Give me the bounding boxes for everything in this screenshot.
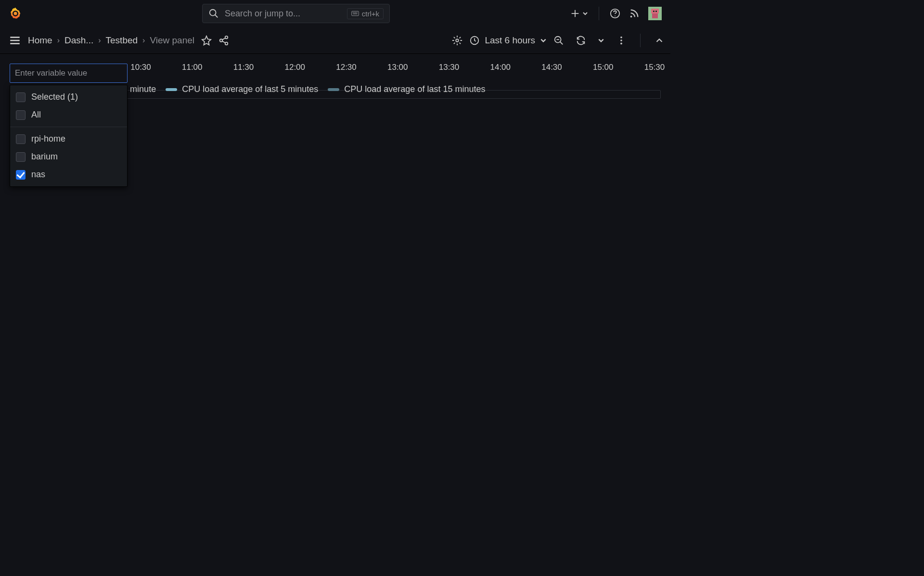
chevron-down-icon	[540, 37, 547, 44]
crumb-viewpanel: View panel	[150, 35, 194, 46]
refresh-interval-chevron[interactable]	[598, 37, 604, 44]
top-nav: Search or jump to... ctrl+k	[0, 0, 670, 27]
svg-point-32	[620, 39, 622, 41]
svg-point-21	[225, 36, 228, 39]
favorite-button[interactable]	[201, 35, 212, 46]
star-icon	[201, 35, 212, 46]
variable-option[interactable]: nas	[10, 166, 127, 183]
chevron-up-icon	[654, 35, 665, 46]
svg-rect-7	[353, 13, 357, 14]
checkbox[interactable]	[16, 92, 26, 102]
variable-option[interactable]: barium	[10, 148, 127, 166]
time-range-label: Last 6 hours	[485, 35, 535, 46]
refresh-icon	[576, 35, 586, 46]
svg-rect-15	[652, 13, 658, 18]
share-icon	[218, 35, 229, 46]
x-tick: 15:00	[593, 63, 614, 72]
x-tick: 12:30	[336, 63, 357, 72]
share-button[interactable]	[218, 35, 229, 46]
x-tick: 14:00	[490, 63, 511, 72]
zoom-out-icon	[553, 35, 564, 46]
rss-icon	[629, 8, 640, 19]
gear-icon	[452, 35, 462, 46]
rss-button[interactable]	[629, 8, 640, 19]
breadcrumb: Home › Dash... › Testbed › View panel	[28, 35, 194, 46]
checkbox[interactable]	[16, 110, 26, 120]
svg-point-23	[225, 42, 228, 45]
svg-rect-17	[655, 11, 657, 12]
variable-option[interactable]: rpi-home	[10, 130, 127, 148]
time-range-picker[interactable]: Last 6 hours	[469, 35, 547, 46]
crumb-home[interactable]: Home	[28, 35, 52, 46]
variable-option[interactable]: All	[10, 106, 127, 124]
divider	[10, 127, 127, 127]
x-tick: 13:00	[387, 63, 408, 72]
svg-point-26	[456, 39, 459, 42]
svg-rect-6	[356, 12, 357, 13]
checkbox[interactable]	[16, 170, 26, 180]
x-tick: 10:30	[130, 63, 151, 72]
x-tick: 12:00	[284, 63, 305, 72]
svg-rect-3	[352, 12, 353, 13]
svg-point-33	[620, 42, 622, 44]
variable-option-label: nas	[31, 170, 45, 180]
settings-button[interactable]	[452, 35, 462, 46]
menu-toggle[interactable]	[9, 34, 21, 47]
crumb-testbed[interactable]: Testbed	[106, 35, 138, 46]
search-kbd: ctrl+k	[347, 8, 384, 19]
crumb-dashboards[interactable]: Dash...	[64, 35, 93, 46]
grafana-logo[interactable]	[9, 7, 22, 20]
svg-rect-5	[355, 12, 356, 13]
legend-label: CPU load average of last 15 minutes	[344, 84, 485, 94]
svg-rect-16	[653, 11, 654, 12]
help-icon	[610, 8, 620, 19]
collapse-button[interactable]	[654, 35, 665, 46]
legend-item[interactable]: CPU load average of last 15 minutes	[328, 84, 485, 94]
plus-icon	[570, 8, 580, 19]
x-tick: 13:30	[439, 63, 460, 72]
divider	[599, 7, 599, 20]
variable-option-label: rpi-home	[31, 134, 65, 144]
variable-popover: Selected (1)All rpi-homebariumnas	[10, 85, 128, 187]
legend-item[interactable]: CPU load average of last 5 minutes	[166, 84, 318, 94]
x-tick: 15:30	[644, 63, 665, 72]
zoom-out-button[interactable]	[553, 35, 564, 46]
chevron-down-icon	[582, 11, 588, 16]
svg-line-29	[560, 41, 563, 44]
svg-point-22	[220, 39, 223, 42]
variable-dropdown: Selected (1)All rpi-homebariumnas	[10, 64, 128, 187]
avatar[interactable]	[648, 7, 662, 20]
svg-point-31	[620, 36, 622, 38]
svg-line-24	[222, 38, 225, 39]
search-placeholder: Search or jump to...	[225, 9, 341, 19]
more-button[interactable]	[616, 35, 627, 46]
legend-swatch	[328, 88, 339, 91]
svg-rect-4	[354, 12, 355, 13]
search-input[interactable]: Search or jump to... ctrl+k	[202, 4, 390, 23]
variable-input[interactable]	[10, 64, 128, 83]
refresh-button[interactable]	[576, 35, 586, 46]
legend-swatch	[166, 88, 177, 91]
svg-rect-14	[651, 9, 659, 13]
help-button[interactable]	[610, 8, 620, 19]
svg-point-12	[630, 16, 632, 18]
more-vertical-icon	[616, 35, 627, 46]
variable-option-label: Selected (1)	[31, 92, 78, 102]
svg-point-11	[615, 15, 616, 16]
legend-label: CPU load average of last 5 minutes	[182, 84, 318, 94]
variable-option-label: All	[31, 110, 41, 120]
add-button[interactable]	[570, 8, 588, 19]
svg-point-0	[210, 10, 216, 16]
clock-icon	[469, 35, 480, 46]
x-axis: 10:0010:3011:0011:3012:0012:3013:0013:30…	[38, 63, 654, 75]
svg-line-1	[215, 15, 218, 18]
toolbar: Home › Dash... › Testbed › View panel La…	[0, 27, 670, 54]
variable-option[interactable]: Selected (1)	[10, 88, 127, 106]
svg-line-25	[222, 41, 225, 43]
variable-option-label: barium	[31, 152, 58, 162]
page-body: Selected (1)All rpi-homebariumnas 00.050…	[0, 54, 670, 73]
divider	[640, 34, 641, 47]
checkbox[interactable]	[16, 152, 26, 162]
checkbox[interactable]	[16, 134, 26, 144]
x-tick: 11:00	[182, 63, 203, 72]
